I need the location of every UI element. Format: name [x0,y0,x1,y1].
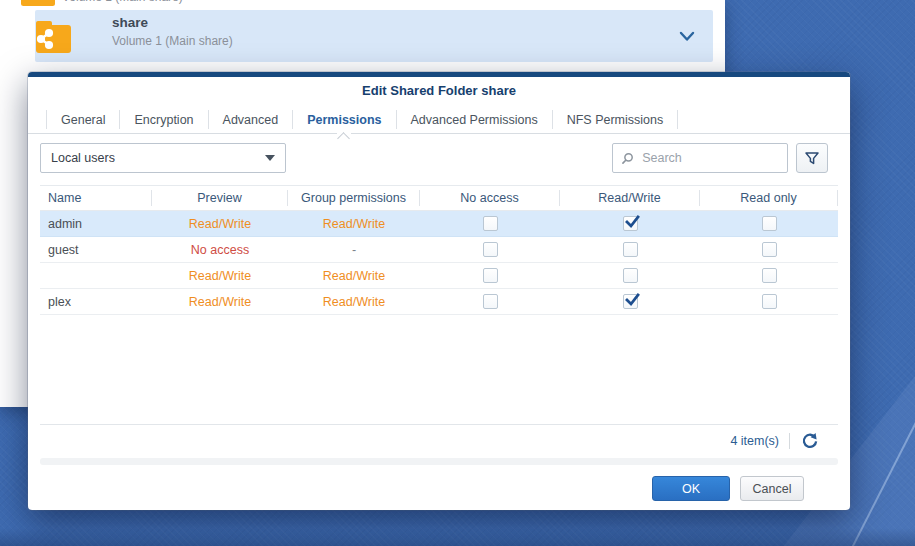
checkbox-cell-no-access [420,294,560,309]
checkbox-cell-read-only [700,268,838,283]
refresh-button[interactable] [800,431,820,451]
column-header-read-write[interactable]: Read/Write [560,190,700,206]
shared-folder-icon [34,18,72,56]
item-count: 4 item(s) [730,434,779,448]
cancel-button[interactable]: Cancel [740,476,804,501]
table-row[interactable]: Read/WriteRead/Write [40,263,838,289]
user-name-cell: admin [40,217,152,231]
group-permissions-cell: Read/Write [288,269,420,283]
column-header-group-permissions[interactable]: Group permissions [288,190,420,206]
tab-bar: GeneralEncryptionAdvancedPermissionsAdva… [28,105,850,134]
checkbox-cell-read-write [560,268,700,283]
search-icon [621,151,634,166]
table-row[interactable]: plexRead/WriteRead/Write [40,289,838,315]
preview-cell: No access [152,243,288,257]
checkbox-cell-read-only [700,242,838,257]
checkbox-cell-no-access [420,268,560,283]
chevron-down-icon[interactable] [679,31,695,42]
search-box [612,143,788,173]
checkbox-read-write-checked[interactable] [623,294,638,309]
permissions-table: NamePreviewGroup permissionsNo accessRea… [40,185,838,315]
user-type-dropdown-value: Local users [51,151,115,165]
filter-button[interactable] [796,143,828,173]
folder-icon [20,0,56,8]
folder-title: share [112,15,148,30]
group-permissions-cell: Read/Write [288,217,420,231]
column-header-name[interactable]: Name [40,190,152,206]
edit-shared-folder-dialog: Edit Shared Folder share GeneralEncrypti… [28,72,850,510]
footer-info: 4 item(s) [730,430,820,452]
checkbox-no-access[interactable] [483,242,498,257]
checkbox-cell-read-only [700,216,838,231]
tab-encryption[interactable]: Encryption [119,110,207,129]
checkbox-no-access[interactable] [483,294,498,309]
group-permissions-cell: - [288,243,420,257]
search-input[interactable] [640,150,779,166]
checkbox-read-only[interactable] [762,216,777,231]
preview-cell: Read/Write [152,269,288,283]
table-row[interactable]: guestNo access- [40,237,838,263]
caret-down-icon [265,155,275,161]
preview-cell: Read/Write [152,295,288,309]
user-name-cell: guest [40,243,152,257]
desktop-bottom-shade [0,528,915,546]
ok-button[interactable]: OK [652,476,730,501]
column-header-read-only[interactable]: Read only [700,190,838,206]
checkbox-cell-read-write [560,242,700,257]
refresh-icon [801,432,819,450]
footer-separator [40,424,838,425]
tab-advanced[interactable]: Advanced [208,110,293,129]
checkbox-read-only[interactable] [762,294,777,309]
tab-general[interactable]: General [46,110,119,129]
table-header-row: NamePreviewGroup permissionsNo accessRea… [40,185,838,211]
tab-advanced-permissions[interactable]: Advanced Permissions [396,110,552,129]
table-body: adminRead/WriteRead/WriteguestNo access-… [40,211,838,315]
checkbox-cell-read-only [700,294,838,309]
folder-subtitle: Volume 1 (Main share) [62,0,183,4]
checkbox-no-access[interactable] [483,268,498,283]
dialog-title: Edit Shared Folder share [28,77,850,104]
folder-subtitle: Volume 1 (Main share) [112,34,233,48]
user-name-cell: plex [40,295,152,309]
footer-band [40,458,838,465]
tab-nfs-permissions[interactable]: NFS Permissions [552,110,679,129]
column-header-no-access[interactable]: No access [420,190,560,206]
column-header-preview[interactable]: Preview [152,190,288,206]
preview-cell: Read/Write [152,217,288,231]
checkbox-read-write[interactable] [623,242,638,257]
group-permissions-cell: Read/Write [288,295,420,309]
checkbox-cell-read-write [560,294,700,309]
checkbox-cell-no-access [420,216,560,231]
user-type-dropdown[interactable]: Local users [40,143,286,173]
checkbox-no-access[interactable] [483,216,498,231]
shared-folder-list-item-share[interactable]: share Volume 1 (Main share) [35,10,713,62]
table-row[interactable]: adminRead/WriteRead/Write [40,211,838,237]
funnel-icon [804,150,820,166]
checkbox-cell-read-write [560,216,700,231]
footer-divider [789,433,790,449]
checkbox-read-write-checked[interactable] [623,216,638,231]
checkbox-read-only[interactable] [762,242,777,257]
checkbox-read-only[interactable] [762,268,777,283]
checkbox-read-write[interactable] [623,268,638,283]
desktop-background: Volume 1 (Main share) share Volume 1 (Ma… [0,0,915,546]
tab-permissions[interactable]: Permissions [292,110,395,129]
checkbox-cell-no-access [420,242,560,257]
